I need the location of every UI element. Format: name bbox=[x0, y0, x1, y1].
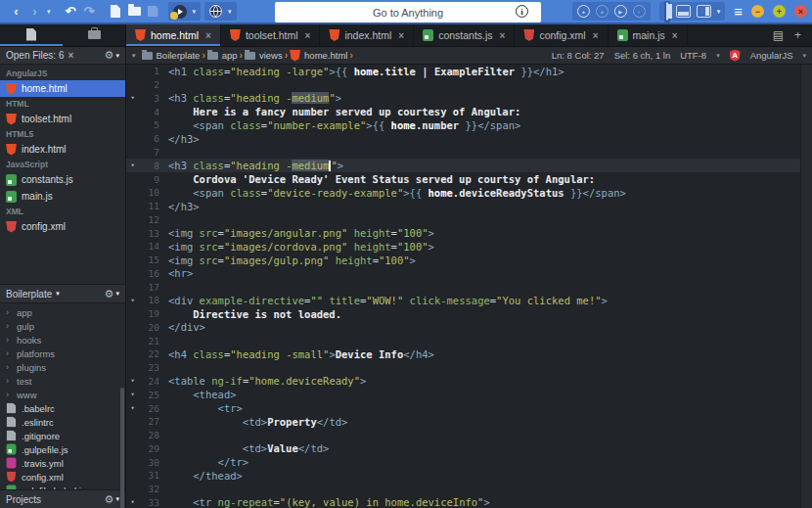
code-line[interactable]: 27 <td>Property</td> bbox=[126, 415, 812, 429]
language-caret-icon[interactable]: ▾ bbox=[802, 52, 806, 60]
code-line[interactable]: ▾8<h3 class="heading -medium"> bbox=[126, 159, 812, 172]
toggle-left-pane-icon[interactable] bbox=[664, 1, 670, 23]
fold-marker-icon[interactable]: ▾ bbox=[126, 162, 139, 169]
code-line[interactable]: 4 Here is a fancy number served up court… bbox=[126, 105, 812, 118]
code-line[interactable]: 9 Cordova 'Device Ready' Event Status se… bbox=[126, 172, 812, 186]
save-icon[interactable] bbox=[147, 2, 159, 21]
code-line[interactable]: 12 bbox=[126, 212, 812, 226]
window-close-icon[interactable]: × bbox=[794, 5, 807, 18]
encoding[interactable]: UTF-8 bbox=[680, 50, 706, 61]
code-line[interactable]: 32 bbox=[126, 483, 812, 496]
editor-dropdown-icon[interactable]: ▾ bbox=[132, 52, 136, 60]
back-icon[interactable]: ‹ bbox=[10, 2, 23, 21]
projects-gear[interactable]: ⚙ ▾ bbox=[105, 493, 119, 506]
code-line[interactable]: ▾3<h3 class="heading -medium"> bbox=[126, 92, 812, 106]
tab-home.html[interactable]: home.html× bbox=[126, 24, 221, 46]
pane-dropdown-icon[interactable]: ▾ bbox=[717, 8, 721, 16]
forward-icon[interactable]: › bbox=[28, 2, 41, 21]
encoding-caret-icon[interactable]: ▾ bbox=[716, 52, 720, 60]
new-file-icon[interactable] bbox=[110, 2, 122, 21]
code-line[interactable]: 11</h3> bbox=[126, 200, 812, 213]
tab-close-icon[interactable]: × bbox=[205, 30, 211, 41]
open-files-close-icon[interactable]: × bbox=[68, 50, 73, 61]
tree-file-.eslintrc[interactable]: .eslintrc bbox=[0, 415, 125, 429]
code-line[interactable]: 23 bbox=[126, 361, 812, 375]
projects-section-header[interactable]: Projects ⚙ ▾ bbox=[0, 489, 125, 508]
redo-icon[interactable]: ↷ bbox=[83, 2, 96, 21]
fold-marker-icon[interactable]: ▾ bbox=[126, 404, 139, 412]
tab-close-icon[interactable]: × bbox=[672, 30, 678, 41]
tree-file-.babelrc[interactable]: .babelrc bbox=[0, 401, 125, 415]
code-line[interactable]: 5 <span class="number-example">{{ home.n… bbox=[126, 118, 812, 132]
project-section-header[interactable]: Boilerplate ▾ ⚙ ▾ bbox=[0, 284, 125, 303]
new-tab-icon[interactable]: + bbox=[794, 28, 801, 42]
breadcrumb-item[interactable]: Boilerplate bbox=[142, 50, 201, 61]
code-line[interactable]: ▾26 <tr> bbox=[126, 401, 812, 415]
toggle-right-pane-icon[interactable] bbox=[697, 5, 711, 18]
open-file-icon[interactable] bbox=[128, 2, 141, 21]
code-line[interactable]: 17 bbox=[126, 280, 812, 294]
fold-marker-icon[interactable]: ▾ bbox=[126, 94, 139, 102]
open-file-index.html[interactable]: index.html bbox=[0, 141, 125, 158]
tab-close-icon[interactable]: × bbox=[305, 30, 311, 41]
code-line[interactable]: 7 bbox=[126, 146, 812, 160]
breadcrumb-item[interactable]: app bbox=[207, 50, 238, 61]
code-line[interactable]: 31 </thead> bbox=[126, 469, 812, 483]
code-line[interactable]: 30 </tr> bbox=[126, 455, 812, 469]
code-line[interactable]: 6</h3> bbox=[126, 132, 812, 146]
tab-toolset.html[interactable]: toolset.html× bbox=[221, 24, 321, 46]
editor-scrollbar[interactable] bbox=[800, 65, 812, 508]
code-line[interactable]: 14<img src="images/cordova.png" height="… bbox=[126, 240, 812, 254]
code-line[interactable]: 22<h4 class="heading -small">Device Info… bbox=[126, 347, 812, 361]
tree-folder-www[interactable]: ›www bbox=[0, 388, 125, 401]
code-line[interactable]: 16<hr> bbox=[126, 266, 812, 280]
language-mode[interactable]: AngularJS bbox=[750, 50, 793, 61]
play-macro-icon[interactable]: ▶ bbox=[614, 5, 627, 18]
toggle-bottom-pane-icon[interactable] bbox=[676, 5, 691, 18]
undo-icon[interactable]: ↶ bbox=[65, 2, 77, 21]
tree-file-.gitignore[interactable]: .gitignore bbox=[0, 429, 125, 442]
debug-icon[interactable] bbox=[173, 5, 187, 19]
tree-folder-test[interactable]: ›test bbox=[0, 374, 125, 388]
fold-marker-icon[interactable]: ▾ bbox=[126, 498, 139, 506]
history-dropdown-icon[interactable]: ▾ bbox=[47, 8, 51, 16]
sidebar-scrollbar[interactable] bbox=[120, 388, 124, 508]
open-files-gear[interactable]: ⚙ ▾ bbox=[105, 49, 119, 62]
open-file-toolset.html[interactable]: toolset.html bbox=[0, 111, 125, 127]
tab-list-icon[interactable]: ▤ bbox=[773, 28, 784, 42]
open-file-constants.js[interactable]: constants.js bbox=[0, 171, 125, 188]
open-file-main.js[interactable]: main.js bbox=[0, 188, 125, 205]
stop-macro-icon[interactable]: ■ bbox=[596, 5, 609, 18]
search-info-icon[interactable]: i bbox=[516, 5, 528, 18]
tree-folder-gulp[interactable]: ›gulp bbox=[0, 319, 125, 333]
go-to-anything-input[interactable] bbox=[275, 2, 541, 23]
code-line[interactable]: 28 bbox=[126, 429, 812, 442]
code-line[interactable]: 19 Directive is not loaded. bbox=[126, 307, 812, 321]
save-macro-icon[interactable]: ▪ bbox=[633, 5, 646, 18]
code-line[interactable]: 20</div> bbox=[126, 321, 812, 335]
debug-dropdown-icon[interactable]: ▾ bbox=[193, 8, 197, 16]
code-line[interactable]: 13<img src="images/angular.png" height="… bbox=[126, 226, 812, 240]
menu-icon[interactable]: ≡ bbox=[734, 3, 743, 20]
code-line[interactable]: ▾24<table ng-if="home.deviceReady"> bbox=[126, 375, 812, 389]
record-macro-icon[interactable]: ● bbox=[577, 5, 590, 18]
toolbox-panel-tab[interactable] bbox=[63, 24, 125, 46]
tree-file-config.xml[interactable]: config.xml bbox=[0, 470, 125, 484]
tab-close-icon[interactable]: × bbox=[500, 30, 506, 41]
places-panel-tab[interactable] bbox=[0, 24, 63, 46]
tree-file-.gulpefile.js[interactable]: .gulpefile.js bbox=[0, 442, 125, 456]
tree-folder-app[interactable]: ›app bbox=[0, 305, 125, 319]
breadcrumb-item[interactable]: home.html bbox=[290, 50, 347, 62]
code-line[interactable]: 21 bbox=[126, 334, 812, 347]
tree-folder-platforms[interactable]: ›platforms bbox=[0, 346, 125, 360]
breadcrumb-item[interactable]: views bbox=[245, 50, 283, 61]
project-gear[interactable]: ⚙ ▾ bbox=[105, 288, 119, 300]
fold-marker-icon[interactable]: ▾ bbox=[126, 297, 139, 304]
code-line[interactable]: ▾33 <tr ng-repeat="(key, value) in home.… bbox=[126, 496, 812, 508]
code-line[interactable]: ▾18<div example-directive="" title="WOW!… bbox=[126, 294, 812, 307]
tab-constants.js[interactable]: constants.js× bbox=[414, 24, 515, 46]
open-file-config.xml[interactable]: config.xml bbox=[0, 218, 125, 235]
code-line[interactable]: ▾25 <thead> bbox=[126, 388, 812, 401]
open-file-home.html[interactable]: home.html bbox=[0, 80, 125, 97]
fold-marker-icon[interactable]: ▾ bbox=[126, 391, 139, 398]
